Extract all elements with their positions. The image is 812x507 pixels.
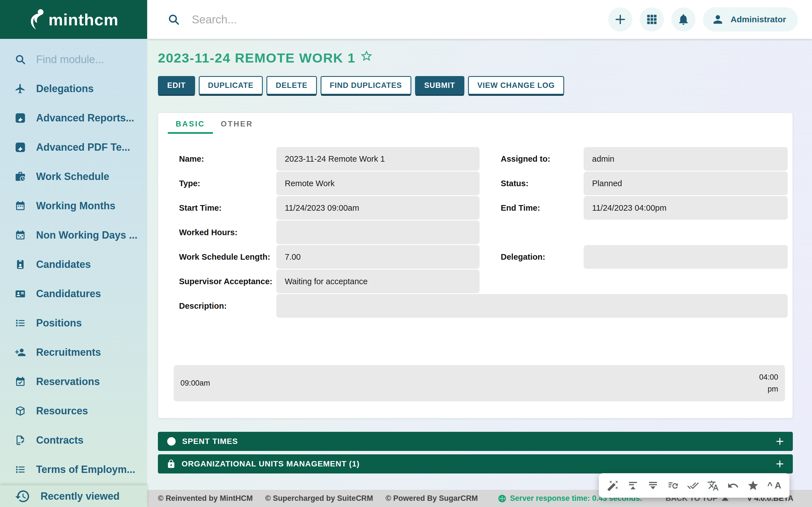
description-value[interactable]	[276, 294, 788, 318]
sidebar-item-recruitments[interactable]: Recruitments	[0, 338, 147, 367]
user-icon	[711, 13, 724, 26]
organizational-units-panel[interactable]: ORGANIZATIONAL UNITS MANAGEMENT (1)	[158, 454, 793, 473]
undo-icon[interactable]	[727, 480, 739, 492]
tab-other[interactable]: OTHER	[213, 113, 261, 134]
calendar-check-icon	[15, 376, 26, 387]
find-module-input[interactable]	[36, 54, 129, 66]
plus-icon	[614, 13, 626, 25]
star-outline-icon[interactable]	[361, 50, 372, 62]
app-logo[interactable]: minthcm	[0, 0, 147, 39]
timeline-end: 04:00pm	[756, 372, 778, 395]
tab-basic[interactable]: BASIC	[168, 113, 213, 134]
notifications-button[interactable]	[671, 7, 696, 32]
sidebar-item-advanced-pdf[interactable]: Advanced PDF Te...	[0, 133, 147, 162]
recently-viewed-toggle[interactable]: Recently viewed	[0, 485, 147, 507]
person-add-icon	[15, 347, 26, 358]
sidebar-item-reservations[interactable]: Reservations	[0, 367, 147, 396]
panel-title: SPENT TIMES	[182, 437, 238, 446]
sidebar-item-delegations[interactable]: Delegations	[0, 74, 147, 103]
collapse-up-icon[interactable]	[627, 480, 639, 492]
end-time-value[interactable]: 11/24/2023 04:00pm	[583, 196, 788, 220]
panel-title: ORGANIZATIONAL UNITS MANAGEMENT (1)	[182, 459, 359, 468]
spent-times-panel[interactable]: SPENT TIMES	[158, 432, 793, 451]
footer-credit-suitecrm: © Supercharged by SuiteCRM	[265, 494, 373, 503]
sidebar-item-label: Reservations	[36, 376, 100, 388]
type-value[interactable]: Remote Work	[276, 172, 479, 195]
pdf-icon	[15, 112, 26, 124]
delegation-value[interactable]	[583, 245, 788, 269]
sidebar-item-label: Advanced PDF Te...	[36, 142, 130, 153]
sidebar-item-advanced-reports[interactable]: Advanced Reports...	[0, 103, 147, 133]
delete-button[interactable]: DELETE	[266, 76, 317, 95]
sidebar-item-label: Non Working Days ...	[36, 229, 137, 241]
lock-icon	[166, 459, 176, 469]
duplicate-button[interactable]: DUPLICATE	[199, 76, 263, 95]
user-name: Administrator	[730, 15, 786, 24]
user-menu[interactable]: Administrator	[703, 7, 798, 32]
sidebar-item-candidatures[interactable]: Candidatures	[0, 279, 147, 308]
sidebar-item-contracts[interactable]: Contracts	[0, 426, 147, 455]
sidebar-item-terms-of-employment[interactable]: Terms of Employm...	[0, 455, 147, 484]
done-all-icon[interactable]	[687, 480, 699, 492]
sidebar-item-label: Candidates	[36, 259, 91, 270]
globe-icon	[498, 494, 507, 503]
sidebar-item-label: Resources	[36, 405, 88, 417]
airplane-icon	[15, 83, 26, 94]
sidebar: minthcm Delegations Advanced Reports... …	[0, 0, 147, 507]
sidebar-item-working-months[interactable]: Working Months	[0, 191, 147, 221]
contact-card-icon	[15, 288, 26, 299]
box-icon	[15, 405, 26, 416]
top-header: Administrator	[147, 0, 812, 39]
sidebar-item-non-working-days[interactable]: Non Working Days ...	[0, 221, 147, 250]
sidebar-item-work-schedule[interactable]: Work Schedule	[0, 162, 147, 191]
name-value[interactable]: 2023-11-24 Remote Work 1	[276, 147, 479, 171]
work-schedule-length-value[interactable]: 7.00	[276, 245, 479, 269]
find-module-row[interactable]	[0, 45, 147, 74]
record-title: 2023-11-24 REMOTE WORK 1	[158, 50, 356, 66]
magic-wand-icon[interactable]	[607, 480, 619, 492]
plus-icon[interactable]	[775, 459, 784, 468]
description-label: Description:	[179, 294, 227, 318]
refresh-list-icon[interactable]	[667, 480, 679, 492]
sidebar-item-label: Working Months	[36, 200, 115, 212]
supervisor-acceptance-value[interactable]: Waiting for acceptance	[276, 270, 479, 293]
edit-button[interactable]: EDIT	[158, 76, 195, 95]
id-badge-icon	[15, 259, 26, 270]
apps-grid-icon	[646, 13, 658, 25]
assigned-to-value[interactable]: admin	[583, 147, 788, 171]
collapse-down-icon[interactable]	[647, 480, 659, 492]
quick-create-button[interactable]	[608, 7, 632, 32]
submit-button[interactable]: SUBMIT	[415, 76, 465, 95]
worked-hours-value[interactable]	[276, 221, 479, 244]
list-icon	[15, 464, 26, 475]
search-input[interactable]	[192, 13, 446, 26]
sidebar-item-resources[interactable]: Resources	[0, 396, 147, 426]
pdf-icon	[15, 142, 26, 153]
footer-credit-minthcm: © Reinvented by MintHCM	[158, 494, 253, 503]
detail-card: BASIC OTHER Name: 2023-11-24 Remote Work…	[158, 113, 793, 418]
worked-hours-label: Worked Hours:	[179, 221, 238, 244]
sidebar-item-candidates[interactable]: Candidates	[0, 250, 147, 279]
star-icon[interactable]	[747, 480, 759, 492]
translate-icon[interactable]	[707, 480, 719, 492]
apps-menu-button[interactable]	[640, 7, 664, 32]
detail-tabs: BASIC OTHER	[168, 113, 793, 134]
find-duplicates-button[interactable]: FIND DUPLICATES	[320, 76, 411, 95]
list-icon	[15, 318, 26, 329]
plus-icon[interactable]	[775, 437, 784, 446]
global-search[interactable]	[167, 13, 608, 26]
work-timeline-bar: 09:00am 04:00pm	[174, 365, 785, 401]
calendar-icon	[15, 200, 26, 212]
status-value[interactable]: Planned	[583, 172, 788, 195]
sidebar-item-label: Advanced Reports...	[36, 112, 134, 124]
view-change-log-button[interactable]: VIEW CHANGE LOG	[468, 76, 564, 95]
delegation-label: Delegation:	[501, 245, 545, 269]
sidebar-item-positions[interactable]: Positions	[0, 308, 147, 338]
quick-actions-toolbar: ^ A	[599, 473, 790, 498]
status-label: Status:	[501, 172, 528, 195]
action-buttons: EDIT DUPLICATE DELETE FIND DUPLICATES SU…	[158, 76, 564, 95]
start-time-value[interactable]: 11/24/2023 09:00am	[276, 196, 479, 220]
font-size-icon[interactable]: ^ A	[767, 480, 781, 491]
document-pen-icon	[15, 435, 26, 446]
sidebar-item-label: Candidatures	[36, 288, 101, 300]
